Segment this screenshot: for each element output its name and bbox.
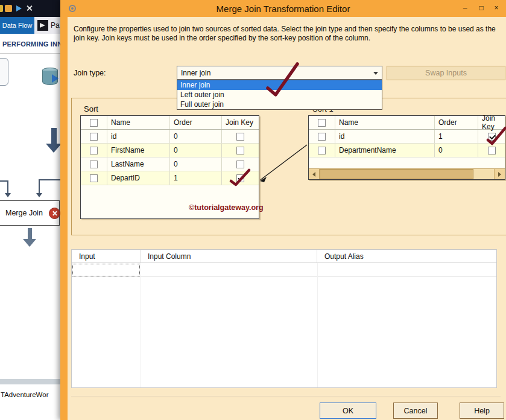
table-header-row: Name Order Join Key (81, 116, 259, 130)
footer-separator (71, 396, 501, 396)
connector-arrowhead-icon (36, 193, 42, 197)
scroll-left-icon (312, 172, 315, 177)
table-row[interactable]: id 1 (309, 130, 505, 144)
cell-name: LastName (107, 158, 170, 171)
cell-order: 0 (170, 130, 222, 143)
select-all-checkbox[interactable] (318, 119, 326, 127)
table-row[interactable]: DepartID 1 (81, 171, 259, 185)
connector-line (39, 179, 40, 194)
join-type-option[interactable]: Full outer join (177, 100, 382, 109)
join-key-checkbox[interactable] (236, 133, 244, 141)
join-type-option[interactable]: Inner join (177, 80, 382, 90)
connector-line (7, 180, 8, 194)
oledb-source-icon[interactable] (42, 68, 60, 89)
blue-arrow-icon (52, 74, 59, 83)
grid-column-header: Input (72, 250, 141, 262)
grid-row-divider (72, 276, 496, 277)
dialog-titlebar[interactable]: Merge Join Transformation Editor – □ × (60, 0, 506, 17)
screen: Data Flow Pa PERFORMING INN Merge Join (0, 0, 506, 420)
merge-join-task-box[interactable]: Merge Join (0, 200, 60, 226)
connector-line (39, 179, 60, 180)
merge-join-task-label: Merge Join (5, 209, 43, 217)
statusbar-strip (0, 379, 60, 384)
scroll-left-button[interactable] (309, 169, 320, 179)
grid-column-header: Output Alias (317, 250, 496, 262)
tab-data-flow[interactable]: Data Flow (0, 17, 34, 34)
scroll-right-button[interactable] (494, 169, 505, 179)
scrollbar-track[interactable] (320, 169, 494, 179)
cell-order: 0 (170, 158, 222, 171)
help-button[interactable]: Help (460, 402, 504, 419)
join-type-option[interactable]: Left outer join (177, 90, 382, 100)
package-icon (37, 20, 48, 31)
column-mapping-grid: Input Input Column Output Alias (71, 249, 497, 388)
column-header: Name (335, 116, 435, 129)
document-tabstrip: Data Flow Pa (0, 17, 60, 34)
grid-focused-cell[interactable] (72, 264, 140, 276)
join-type-label: Join type: (74, 69, 106, 77)
row-select-checkbox[interactable] (90, 133, 98, 141)
watermark: ©tutorialgateway.org (189, 203, 264, 212)
join-key-checkbox[interactable] (236, 174, 244, 182)
table-row[interactable]: FirstName 0 (81, 144, 259, 158)
table-row[interactable]: id 0 (81, 130, 259, 144)
grid-header-row: Input Input Column Output Alias (72, 250, 496, 263)
cell-name: DepartID (107, 171, 170, 185)
maximize-icon[interactable]: □ (475, 2, 487, 13)
tab-data-flow-label: Data Flow (2, 22, 33, 29)
canvas-shape-partial[interactable] (0, 58, 8, 86)
close-tab-icon[interactable] (25, 4, 33, 12)
merge-join-dialog: Merge Join Transformation Editor – □ × C… (60, 0, 506, 420)
dataflow-arrow-down-icon (23, 228, 36, 247)
cancel-button[interactable]: Cancel (393, 402, 438, 419)
breadcrumb-bar: PERFORMING INN (0, 34, 60, 54)
horizontal-scrollbar[interactable] (309, 168, 505, 179)
row-select-checkbox[interactable] (90, 147, 98, 154)
scroll-right-icon (498, 172, 501, 177)
column-header: Name (107, 116, 170, 129)
ok-button-label: OK (343, 407, 353, 415)
join-key-checkbox[interactable] (236, 161, 244, 168)
table-row[interactable]: DepartmentName 0 (309, 144, 505, 158)
column-header: Order (435, 116, 478, 129)
connector-arrowhead-icon (5, 193, 11, 197)
tab-package-label[interactable]: Pa (51, 21, 60, 30)
row-select-checkbox[interactable] (90, 174, 98, 182)
cell-order: 0 (170, 144, 222, 157)
connection-manager-label: TAdventureWor (1, 391, 48, 398)
cell-order: 1 (170, 171, 222, 185)
column-header: Join Key (222, 116, 259, 129)
ok-button[interactable]: OK (320, 402, 376, 419)
row-select-checkbox[interactable] (318, 147, 326, 154)
error-badge-icon (49, 208, 60, 219)
join-key-checkbox[interactable] (488, 147, 496, 154)
grid-column-header: Input Column (141, 250, 317, 262)
row-select-checkbox[interactable] (318, 133, 326, 141)
join-type-dropdown[interactable]: Inner join (177, 66, 382, 80)
grid-column-divider (141, 263, 141, 387)
column-header: Join Key (478, 116, 505, 129)
join-key-checkbox[interactable] (488, 133, 496, 141)
cell-name: id (107, 130, 170, 143)
chevron-down-icon (373, 72, 378, 75)
scrollbar-thumb[interactable] (320, 169, 473, 179)
join-type-value: Inner join (181, 69, 210, 77)
sort-right-table: Name Order Join Key id 1 DepartmentName … (308, 115, 505, 180)
row-select-checkbox[interactable] (90, 161, 98, 168)
breadcrumb: PERFORMING INN (2, 40, 62, 48)
join-key-checkbox[interactable] (236, 147, 244, 154)
join-type-listbox: Inner join Left outer join Full outer jo… (177, 80, 382, 110)
dialog-title: Merge Join Transformation Editor (60, 4, 506, 14)
cell-name: FirstName (107, 144, 170, 157)
minimize-icon[interactable]: – (459, 2, 471, 13)
partial-tab-icon (0, 5, 3, 12)
swap-inputs-button[interactable]: Swap Inputs (387, 66, 505, 80)
close-icon[interactable]: × (490, 2, 502, 13)
table-header-row: Name Order Join Key (309, 116, 505, 130)
cell-order: 0 (435, 144, 478, 157)
select-all-checkbox[interactable] (90, 119, 98, 127)
table-row[interactable]: LastName 0 (81, 158, 259, 171)
run-arrow-icon[interactable] (16, 5, 22, 11)
cell-name: DepartmentName (335, 144, 435, 157)
package-tab-icon[interactable] (5, 5, 12, 12)
